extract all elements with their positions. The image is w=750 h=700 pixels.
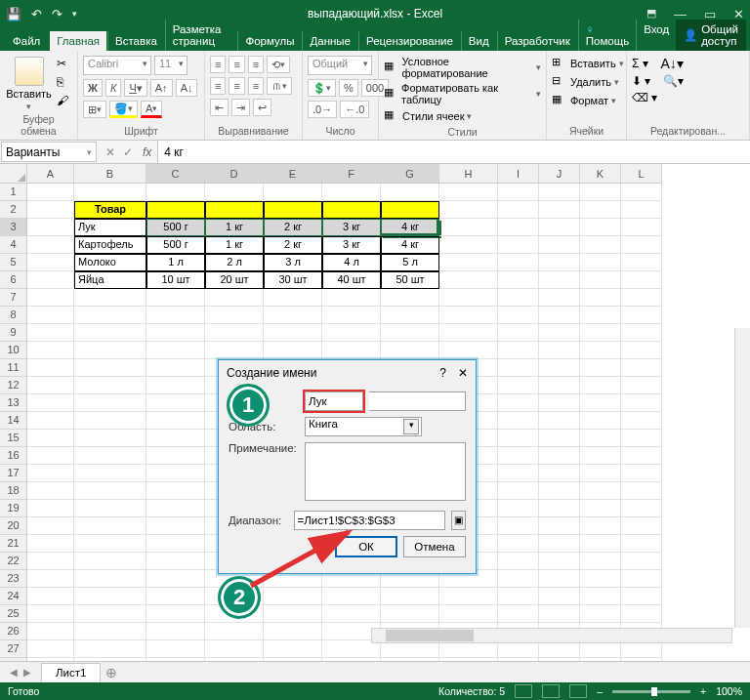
cell[interactable] [74,535,146,553]
zoom-out-icon[interactable]: – [597,685,603,697]
cell[interactable] [621,465,662,482]
cell[interactable] [205,289,264,307]
cell[interactable]: 2 кг [264,236,322,254]
cell[interactable] [498,271,539,289]
cell[interactable] [146,517,205,535]
cell[interactable] [27,201,74,219]
orientation-button[interactable]: ⟲ [267,56,290,73]
cell[interactable] [205,184,264,201]
share-button[interactable]: 👤Общий доступ [676,20,746,51]
cell[interactable] [539,517,580,535]
cell[interactable]: 3 л [264,254,322,271]
cell[interactable] [498,254,539,271]
cell[interactable] [498,535,539,553]
cell[interactable] [205,640,264,658]
cell[interactable]: 10 шт [146,271,205,289]
cell[interactable] [439,236,498,254]
row-header[interactable]: 14 [0,412,27,430]
format-painter-icon[interactable]: 🖌 [57,94,72,109]
cell[interactable] [27,605,74,623]
cell[interactable] [322,324,381,342]
cell[interactable] [74,289,146,307]
cond-format-button[interactable]: ▦Условное форматирование [384,56,541,79]
sheet-tab[interactable]: Лист1 [41,663,101,682]
number-format-combo[interactable]: Общий [308,56,372,75]
range-picker-icon[interactable]: ▣ [451,511,466,530]
row-header[interactable]: 16 [0,447,27,465]
cell[interactable] [146,570,205,588]
cell[interactable] [439,342,498,359]
cell[interactable] [146,430,205,447]
italic-button[interactable]: К [105,79,121,97]
cell[interactable] [498,553,539,570]
row-header[interactable]: 26 [0,623,27,640]
dialog-close-icon[interactable]: ✕ [458,366,468,380]
cell[interactable] [27,271,74,289]
cell[interactable] [74,359,146,377]
cell[interactable] [580,254,621,271]
cell[interactable] [74,394,146,412]
row-header[interactable]: 1 [0,184,27,201]
cell[interactable] [580,553,621,570]
bold-button[interactable]: Ж [83,79,103,97]
cell[interactable] [498,412,539,430]
decrease-font-button[interactable]: A↓ [176,79,198,97]
cell[interactable]: Яйца [74,271,146,289]
save-icon[interactable]: 💾 [6,7,21,21]
row-header[interactable]: 20 [0,517,27,535]
name-input[interactable] [305,391,363,411]
cell[interactable] [439,254,498,271]
cell[interactable] [27,588,74,605]
cell[interactable] [498,500,539,517]
cell[interactable] [580,500,621,517]
cell[interactable] [322,605,381,623]
cell[interactable] [580,289,621,307]
cell[interactable] [146,605,205,623]
cell[interactable] [621,430,662,447]
cell[interactable] [146,324,205,342]
row-header[interactable]: 2 [0,201,27,219]
cell[interactable] [539,289,580,307]
cell[interactable] [580,307,621,324]
cell[interactable] [621,324,662,342]
tab-view[interactable]: Вид [461,31,496,51]
cell[interactable] [580,377,621,394]
cell[interactable] [146,342,205,359]
row-header[interactable]: 19 [0,500,27,517]
cell[interactable]: 3 кг [322,219,381,236]
cell[interactable] [580,517,621,535]
insert-cells-button[interactable]: ⊞Вставить [552,56,624,71]
cell[interactable] [27,447,74,465]
cell[interactable] [146,447,205,465]
cell[interactable]: 50 шт [381,271,439,289]
cell[interactable] [580,394,621,412]
cell[interactable] [539,219,580,236]
cell[interactable] [27,623,74,640]
accounting-button[interactable]: 💲 [308,79,336,97]
cell[interactable] [264,342,322,359]
align-bot-button[interactable]: ≡ [248,56,264,73]
horizontal-scrollbar[interactable] [371,628,732,643]
cell[interactable] [381,307,439,324]
row-header[interactable]: 11 [0,359,27,377]
cell[interactable] [621,342,662,359]
row-header[interactable]: 25 [0,605,27,623]
tab-insert[interactable]: Вставка [107,31,164,51]
cell[interactable] [580,359,621,377]
row-header[interactable]: 9 [0,324,27,342]
cell[interactable] [27,640,74,658]
cell[interactable] [74,447,146,465]
cell[interactable] [146,359,205,377]
cell[interactable] [74,377,146,394]
cell[interactable] [27,535,74,553]
cell[interactable] [322,201,381,219]
enter-formula-icon[interactable]: ✓ [123,145,133,159]
close-icon[interactable]: ✕ [733,7,744,21]
cell[interactable] [264,184,322,201]
cell[interactable] [580,184,621,201]
fx-icon[interactable]: fx [141,141,157,163]
cell[interactable] [621,201,662,219]
cell[interactable] [539,324,580,342]
cell[interactable] [74,588,146,605]
cell[interactable]: 4 л [322,254,381,271]
